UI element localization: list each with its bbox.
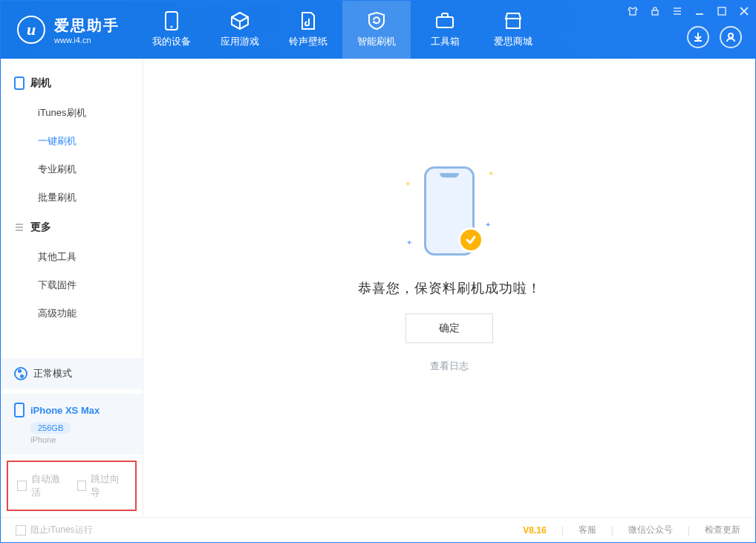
tab-ringtones-wallpapers[interactable]: 铃声壁纸 — [274, 1, 342, 59]
footer-left: 阻止iTunes运行 — [16, 524, 93, 536]
sparkle-icon: ✦ — [405, 180, 411, 188]
sparkle-icon: ✦ — [488, 169, 494, 178]
svg-rect-4 — [652, 10, 658, 15]
close-button[interactable] — [733, 6, 755, 16]
checkbox-icon — [17, 481, 27, 491]
tab-label: 智能刷机 — [357, 35, 396, 48]
brand-logo-icon: u — [17, 16, 45, 44]
device-name: iPhone XS Max — [30, 405, 100, 416]
separator: | — [611, 525, 613, 536]
svg-point-3 — [729, 33, 733, 38]
tab-label: 工具箱 — [431, 35, 460, 48]
checkbox-label: 阻止iTunes运行 — [30, 524, 93, 536]
separator: | — [688, 525, 690, 536]
app-window: u 爱思助手 www.i4.cn 我的设备 应用游戏 铃声壁纸 智能刷机 — [0, 0, 756, 543]
device-name-row: iPhone XS Max — [14, 403, 129, 417]
svg-point-1 — [171, 26, 173, 28]
view-log-link[interactable]: 查看日志 — [430, 360, 469, 373]
tab-label: 我的设备 — [152, 35, 191, 48]
sparkle-icon: ✦ — [406, 238, 412, 247]
sidebar-item-oneclick-flash[interactable]: 一键刷机 — [1, 127, 143, 155]
checkbox-skip-guide[interactable]: 跳过向导 — [77, 472, 127, 499]
brand-name: 爱思助手 — [54, 16, 120, 36]
window-controls — [622, 1, 755, 22]
svg-rect-2 — [437, 17, 453, 27]
checkbox-icon — [77, 481, 87, 491]
footer-link-update[interactable]: 检查更新 — [705, 524, 740, 536]
menu-icon[interactable] — [666, 6, 688, 16]
sparkle-icon: ✦ — [485, 221, 491, 229]
success-illustration: ✦ ✦ ✦ ✦ — [390, 159, 509, 263]
titlebar: u 爱思助手 www.i4.cn 我的设备 应用游戏 铃声壁纸 智能刷机 — [1, 1, 755, 59]
brand-url: www.i4.cn — [54, 36, 120, 45]
phone-icon — [162, 11, 181, 30]
checkbox-auto-activate[interactable]: 自动激活 — [17, 472, 67, 499]
tab-store[interactable]: 爱思商城 — [479, 1, 547, 59]
mode-box[interactable]: 正常模式 — [1, 358, 143, 389]
device-icon — [14, 403, 25, 417]
checkbox-block-itunes[interactable]: 阻止iTunes运行 — [16, 524, 93, 536]
checkbox-label: 跳过向导 — [91, 472, 126, 499]
options-row: 自动激活 跳过向导 — [7, 461, 137, 511]
sidebar-bottom: 正常模式 iPhone XS Max 256GB iPhone 自动激活 — [1, 358, 143, 517]
sidebar-menu-more: 其他工具 下载固件 高级功能 — [1, 240, 143, 331]
device-box[interactable]: iPhone XS Max 256GB iPhone — [1, 394, 143, 455]
brand: u 爱思助手 www.i4.cn — [1, 1, 134, 59]
section-title: 刷机 — [30, 77, 51, 90]
music-file-icon — [299, 11, 318, 30]
tab-toolbox[interactable]: 工具箱 — [411, 1, 479, 59]
briefcase-icon — [435, 11, 454, 30]
sidebar-item-pro-flash[interactable]: 专业刷机 — [1, 155, 143, 183]
checkmark-badge-icon — [458, 227, 483, 253]
checkbox-icon — [16, 525, 26, 536]
success-message: 恭喜您，保资料刷机成功啦！ — [358, 279, 541, 297]
footer: 阻止iTunes运行 V8.16 | 客服 | 微信公众号 | 检查更新 — [1, 517, 755, 542]
maximize-button[interactable] — [711, 6, 733, 16]
footer-link-support[interactable]: 客服 — [579, 524, 596, 536]
section-title: 更多 — [30, 221, 51, 234]
store-icon — [504, 11, 523, 30]
sidebar-item-download-firmware[interactable]: 下载固件 — [1, 271, 143, 299]
brand-text: 爱思助手 www.i4.cn — [54, 16, 120, 45]
sidebar-section-flash: 刷机 — [1, 71, 143, 96]
mode-label: 正常模式 — [33, 367, 72, 380]
body: 刷机 iTunes刷机 一键刷机 专业刷机 批量刷机 更多 其他工具 下载固件 … — [1, 59, 755, 517]
footer-link-wechat[interactable]: 微信公众号 — [628, 524, 673, 536]
svg-rect-6 — [15, 77, 24, 89]
sidebar: 刷机 iTunes刷机 一键刷机 专业刷机 批量刷机 更多 其他工具 下载固件 … — [1, 59, 143, 517]
mode-icon — [14, 367, 27, 380]
separator: | — [561, 525, 564, 536]
sidebar-menu-flash: iTunes刷机 一键刷机 专业刷机 批量刷机 — [1, 96, 143, 215]
main-tabs: 我的设备 应用游戏 铃声壁纸 智能刷机 工具箱 爱思商城 — [137, 1, 547, 59]
refresh-shield-icon — [367, 11, 386, 30]
sidebar-item-other-tools[interactable]: 其他工具 — [1, 243, 143, 271]
device-capacity: 256GB — [30, 422, 71, 434]
checkbox-label: 自动激活 — [31, 472, 67, 499]
shirt-icon[interactable] — [622, 6, 644, 16]
cube-icon — [230, 11, 250, 30]
list-icon — [14, 222, 25, 233]
tab-label: 应用游戏 — [221, 35, 259, 48]
tab-smart-flash[interactable]: 智能刷机 — [342, 1, 411, 59]
minimize-button[interactable] — [688, 6, 711, 16]
sidebar-section-more: 更多 — [1, 215, 143, 240]
tab-label: 爱思商城 — [494, 35, 532, 48]
titlebar-right-buttons — [687, 26, 742, 48]
sidebar-item-batch-flash[interactable]: 批量刷机 — [1, 183, 143, 212]
sidebar-item-advanced[interactable]: 高级功能 — [1, 299, 143, 328]
account-button[interactable] — [720, 26, 742, 48]
confirm-button[interactable]: 确定 — [405, 313, 493, 343]
phone-small-icon — [14, 77, 25, 90]
tab-my-device[interactable]: 我的设备 — [137, 1, 206, 59]
svg-rect-5 — [718, 7, 726, 15]
tab-apps-games[interactable]: 应用游戏 — [206, 1, 274, 59]
version-label: V8.16 — [523, 525, 546, 536]
lock-icon[interactable] — [644, 6, 666, 16]
tab-label: 铃声壁纸 — [289, 35, 328, 48]
device-type: iPhone — [30, 435, 129, 444]
download-button[interactable] — [687, 26, 709, 48]
sidebar-item-itunes-flash[interactable]: iTunes刷机 — [1, 99, 143, 127]
main-area: ✦ ✦ ✦ ✦ 恭喜您，保资料刷机成功啦！ 确定 查看日志 — [143, 59, 755, 517]
